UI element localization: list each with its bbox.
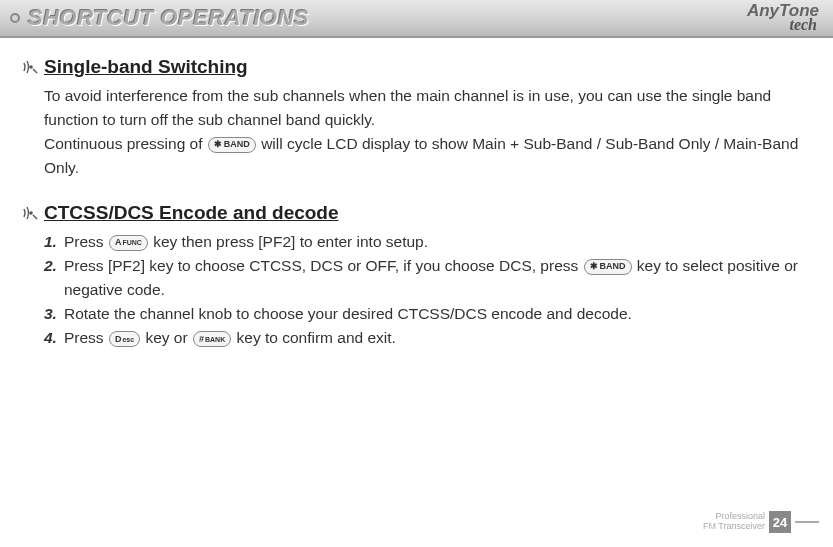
bank-key-icon: #BANK [193,331,231,347]
list-text: Press [PF2] key to choose CTCSS, DCS or … [64,254,811,302]
list-item: 1. Press AFUNC key then press [PF2] to e… [44,230,811,254]
header-bar: SHORTCUT OPERATIONS AnyTone tech [0,0,833,38]
section-title: CTCSS/DCS Encode and decode [44,202,339,224]
signal-icon [22,205,38,221]
page-title: SHORTCUT OPERATIONS [28,5,747,31]
list-number: 3. [44,302,64,326]
footer: Professional FM Transceiver 24 [703,511,819,533]
list-text: Press AFUNC key then press [PF2] to ente… [64,230,811,254]
signal-icon [22,59,38,75]
svg-point-2 [29,211,33,215]
text: Continuous pressing of [44,135,207,152]
ordered-list: 1. Press AFUNC key then press [PF2] to e… [22,230,811,350]
list-text: Rotate the channel knob to choose your d… [64,302,811,326]
footer-text: FM Transceiver [703,522,765,532]
header-bullet-icon [10,13,20,23]
footer-label: Professional FM Transceiver [703,512,765,532]
svg-line-1 [33,69,37,73]
section-header: Single-band Switching [22,56,811,78]
svg-point-0 [29,65,33,69]
list-number: 1. [44,230,64,254]
page-number: 24 [769,511,791,533]
list-number: 2. [44,254,64,302]
list-item: 4. Press Desc key or #BANK key to confir… [44,326,811,350]
band-key-icon: ✱BAND [208,137,256,153]
esc-key-icon: Desc [109,331,140,347]
list-item: 3. Rotate the channel knob to choose you… [44,302,811,326]
brand-sub: tech [789,18,817,32]
footer-rule-icon [795,521,819,523]
section-header: CTCSS/DCS Encode and decode [22,202,811,224]
func-key-icon: AFUNC [109,235,148,251]
section-title: Single-band Switching [44,56,248,78]
band-key-icon: ✱BAND [584,259,632,275]
list-number: 4. [44,326,64,350]
brand-logo: AnyTone tech [747,3,819,33]
section-body: To avoid interference from the sub chann… [22,84,811,180]
paragraph: To avoid interference from the sub chann… [44,84,811,132]
list-item: 2. Press [PF2] key to choose CTCSS, DCS … [44,254,811,302]
content: Single-band Switching To avoid interfere… [0,38,833,350]
list-text: Press Desc key or #BANK key to confirm a… [64,326,811,350]
svg-line-3 [33,215,37,219]
paragraph: Continuous pressing of ✱BAND will cycle … [44,132,811,180]
